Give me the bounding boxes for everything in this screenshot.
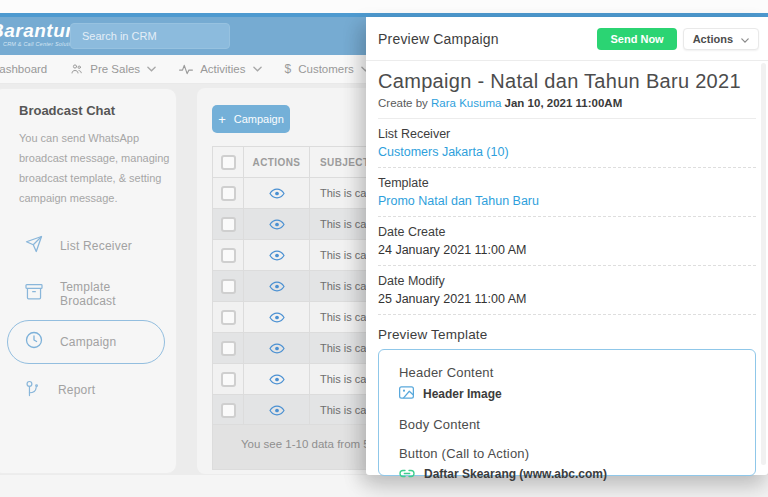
actions-button[interactable]: Actions bbox=[683, 28, 759, 50]
sidebar-item-label: Report bbox=[58, 383, 95, 397]
drawer-title: Preview Campaign bbox=[378, 31, 499, 47]
header-content-label: Header Content bbox=[399, 365, 755, 380]
chevron-down-icon bbox=[147, 66, 156, 72]
image-icon bbox=[399, 386, 414, 402]
section-template: Template Promo Natal dan Tahun Baru bbox=[378, 168, 756, 217]
view-campaign-button[interactable] bbox=[269, 219, 285, 230]
cta-link-row: Daftar Skearang (www.abc.com) bbox=[399, 467, 755, 481]
created-date: Jan 10, 2021 11:00AM bbox=[505, 97, 623, 109]
row-checkbox[interactable] bbox=[221, 403, 236, 418]
campaign-byline: Create by Rara Kusuma Jan 10, 2021 11:00… bbox=[378, 97, 756, 109]
section-label: List Receiver bbox=[378, 127, 756, 141]
nav-label: Customers bbox=[298, 63, 354, 75]
view-campaign-button[interactable] bbox=[269, 312, 285, 323]
row-checkbox[interactable] bbox=[221, 279, 236, 294]
list-receiver-link[interactable]: Customers Jakarta (10) bbox=[378, 145, 756, 159]
byline-prefix: Create by bbox=[378, 97, 428, 109]
cta-link-label[interactable]: Daftar Skearang (www.abc.com) bbox=[424, 467, 607, 481]
view-campaign-button[interactable] bbox=[269, 188, 285, 199]
view-campaign-button[interactable] bbox=[269, 281, 285, 292]
view-campaign-button[interactable] bbox=[269, 343, 285, 354]
panel-description: You can send WhatsApp broadcast message,… bbox=[19, 128, 171, 208]
row-checkbox[interactable] bbox=[221, 341, 236, 356]
column-header-actions: ACTIONS bbox=[253, 157, 301, 168]
view-campaign-button[interactable] bbox=[269, 374, 285, 385]
chevron-down-icon bbox=[253, 66, 262, 72]
divider bbox=[366, 60, 768, 61]
section-label: Date Modify bbox=[378, 274, 756, 288]
header-image-label: Header Image bbox=[423, 387, 502, 401]
clock-icon bbox=[25, 331, 43, 353]
top-strip bbox=[0, 0, 768, 13]
sidebar-item-report[interactable]: Report bbox=[7, 368, 165, 412]
view-campaign-button[interactable] bbox=[269, 250, 285, 261]
drawer-header: Preview Campaign Send Now Actions bbox=[366, 17, 768, 60]
view-campaign-button[interactable] bbox=[269, 405, 285, 416]
broadcast-menu: List Receiver Template Broadcast Campaig… bbox=[7, 224, 176, 412]
sidebar-item-template-broadcast[interactable]: Template Broadcast bbox=[7, 272, 165, 316]
date-create-value: 24 January 2021 11:00 AM bbox=[378, 243, 756, 257]
row-checkbox[interactable] bbox=[221, 310, 236, 325]
nav-item-activities[interactable]: Activities bbox=[179, 63, 261, 75]
header-image-row: Header Image bbox=[399, 386, 755, 402]
nav-label: Activities bbox=[200, 63, 245, 75]
template-link[interactable]: Promo Natal dan Tahun Baru bbox=[378, 194, 756, 208]
sidebar-item-list-receiver[interactable]: List Receiver bbox=[7, 224, 165, 268]
nav-label: Dashboard bbox=[0, 63, 47, 75]
people-icon bbox=[70, 63, 83, 75]
screen: Barantum CRM & Call Center Solutions Das… bbox=[0, 0, 768, 497]
body-content-label: Body Content bbox=[399, 417, 755, 432]
broadcast-chat-panel: Broadcast Chat You can send WhatsApp bro… bbox=[0, 88, 177, 474]
nav-item-dashboard[interactable]: Dashboard bbox=[0, 63, 47, 75]
section-label: Date Create bbox=[378, 225, 756, 239]
section-date-modify: Date Modify 25 January 2021 11:00 AM bbox=[378, 266, 756, 315]
archive-icon bbox=[25, 284, 43, 304]
divider bbox=[378, 314, 756, 315]
search-input[interactable] bbox=[70, 23, 230, 49]
report-icon bbox=[25, 380, 41, 401]
plus-icon: + bbox=[218, 113, 226, 126]
nav-item-pre-sales[interactable]: Pre Sales bbox=[70, 63, 156, 75]
dollar-icon: $ bbox=[285, 62, 292, 76]
row-checkbox[interactable] bbox=[221, 248, 236, 263]
drawer-body: Campaign - Natal dan Tahun Baru 2021 Cre… bbox=[366, 69, 768, 476]
chevron-down-icon bbox=[741, 33, 749, 45]
send-now-button[interactable]: Send Now bbox=[597, 28, 676, 50]
row-checkbox[interactable] bbox=[221, 217, 236, 232]
row-checkbox[interactable] bbox=[221, 372, 236, 387]
sidebar-item-label: Template Broadcast bbox=[60, 280, 164, 308]
panel-title: Broadcast Chat bbox=[19, 103, 176, 118]
activity-icon bbox=[179, 64, 193, 75]
cta-button-label: Button (Call to Action) bbox=[399, 446, 755, 461]
add-campaign-button[interactable]: + Campaign bbox=[212, 105, 290, 133]
nav-label: Pre Sales bbox=[90, 63, 140, 75]
preview-template-box: Header Content Header Image Body Content… bbox=[378, 349, 756, 476]
row-checkbox[interactable] bbox=[221, 186, 236, 201]
add-campaign-label: Campaign bbox=[234, 113, 284, 125]
preview-campaign-drawer: Preview Campaign Send Now Actions Campai… bbox=[366, 17, 768, 475]
sidebar-item-label: Campaign bbox=[60, 335, 116, 349]
send-icon bbox=[25, 235, 43, 257]
sidebar-item-campaign[interactable]: Campaign bbox=[7, 320, 165, 364]
section-label: Template bbox=[378, 176, 756, 190]
section-date-create: Date Create 24 January 2021 11:00 AM bbox=[378, 217, 756, 266]
date-modify-value: 25 January 2021 11:00 AM bbox=[378, 292, 756, 306]
author-link[interactable]: Rara Kusuma bbox=[431, 97, 501, 109]
link-icon bbox=[399, 467, 415, 481]
section-list-receiver: List Receiver Customers Jakarta (10) bbox=[378, 119, 756, 168]
select-all-checkbox[interactable] bbox=[221, 155, 236, 170]
actions-label: Actions bbox=[693, 33, 733, 45]
sidebar-item-label: List Receiver bbox=[60, 239, 132, 253]
drawer-scrollbar[interactable] bbox=[761, 63, 766, 465]
preview-template-label: Preview Template bbox=[378, 327, 756, 342]
campaign-title: Campaign - Natal dan Tahun Baru 2021 bbox=[378, 69, 756, 93]
nav-item-customers[interactable]: $ Customers bbox=[285, 62, 370, 76]
